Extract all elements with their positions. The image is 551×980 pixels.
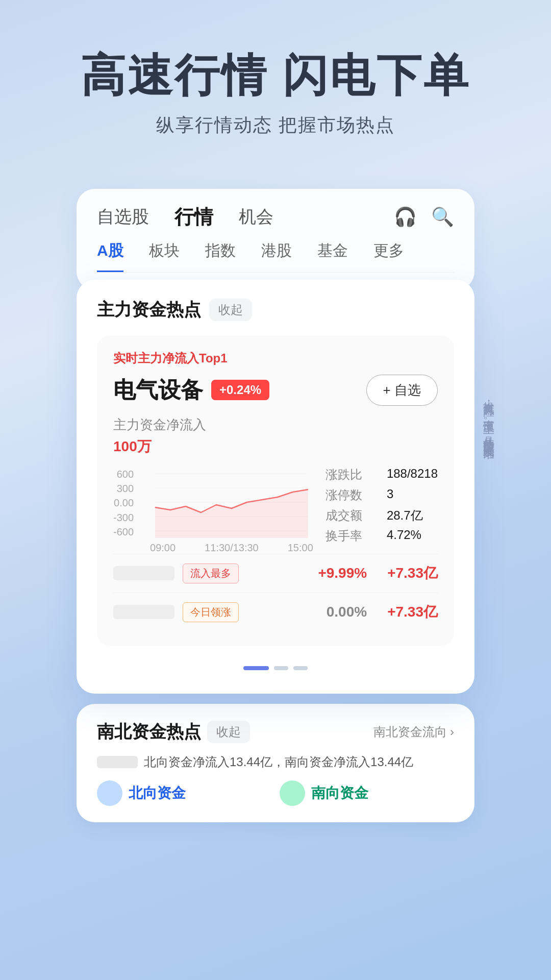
hero-section: 高速行情 闪电下单 纵享行情动态 把握市场热点 xyxy=(0,0,551,168)
stock-pct-1: +9.99% xyxy=(318,565,367,581)
sub-nav-tabs: A股 板块 指数 港股 基金 更多 xyxy=(97,240,454,273)
flow-direction-link[interactable]: 南北资金流向 › xyxy=(373,724,454,740)
headphone-icon[interactable]: 🎧 xyxy=(394,206,417,228)
x-label-open: 09:00 xyxy=(150,542,176,554)
stock-flow-label: 主力资金净流入 xyxy=(113,416,438,434)
stat-label-volume: 成交额 xyxy=(325,507,377,524)
stat-label-rise-ratio: 涨跌比 xyxy=(325,467,377,483)
stock-name-blur-2 xyxy=(113,605,174,619)
bottom-card-title: 南北资金热点 xyxy=(97,720,201,744)
fund-north-label: 北向资金 xyxy=(129,783,186,803)
stock-amt-2: +7.33亿 xyxy=(387,602,438,622)
main-fund-card: 主力资金热点 收起 实时主力净流入Top1 电气设备 +0.24% + 自选 主… xyxy=(77,280,474,694)
main-card-title: 主力资金热点 xyxy=(97,298,201,322)
search-icon[interactable]: 🔍 xyxy=(431,206,454,228)
y-label-0: 0.00 xyxy=(113,497,134,509)
main-card-header: 主力资金热点 收起 xyxy=(97,298,454,322)
fund-south-item[interactable]: 南向资金 xyxy=(280,780,454,806)
fund-row: 北向资金 南向资金 xyxy=(97,780,454,806)
bottom-card-header: 南北资金热点 收起 南北资金流向 › xyxy=(97,720,454,744)
chevron-right-icon: › xyxy=(450,725,454,739)
top-nav-card: 自选股 行情 机会 🎧 🔍 A股 板块 指数 港股 基金 更多 xyxy=(77,189,474,290)
stock-inner-card: 实时主力净流入Top1 电气设备 +0.24% + 自选 主力资金净流入 100… xyxy=(97,336,454,646)
main-nav-tabs: 自选股 行情 机会 🎧 🔍 xyxy=(97,204,454,230)
x-label-close: 15:00 xyxy=(288,542,313,554)
y-label-600: 600 xyxy=(113,469,134,480)
subtab-index[interactable]: 指数 xyxy=(205,240,236,272)
stock-row-2[interactable]: 今日领涨 0.00% +7.33亿 xyxy=(113,593,438,631)
flow-info-row: 北向资金净流入13.44亿，南向资金净流入13.44亿 xyxy=(97,754,454,770)
stat-value-rise-ratio: 188/8218 xyxy=(387,467,438,483)
y-label-neg300: -300 xyxy=(113,512,134,524)
stat-label-turnover: 换手率 xyxy=(325,528,377,544)
tag-lead-today: 今日领涨 xyxy=(183,602,239,622)
fund-south-icon xyxy=(280,780,305,806)
flow-direction-text: 南北资金流向 xyxy=(373,724,447,740)
tab-opportunity[interactable]: 机会 xyxy=(239,205,273,229)
subtab-hkstock[interactable]: 港股 xyxy=(261,240,292,272)
side-disclaimer: 投资有风险，应谨慎至上。具体功能请以实际上线为准 xyxy=(478,393,500,440)
fund-north-icon xyxy=(97,780,122,806)
stock-pct-2: 0.00% xyxy=(327,604,367,620)
fund-north-item[interactable]: 北向资金 xyxy=(97,780,271,806)
stock-rank-label: 实时主力净流入Top1 xyxy=(113,350,438,366)
stat-value-turnover: 4.72% xyxy=(387,528,438,544)
stock-name-blur-1 xyxy=(113,566,174,580)
bottom-fund-card: 南北资金热点 收起 南北资金流向 › 北向资金净流入13.44亿，南向资金净流入… xyxy=(77,704,474,822)
dot-active xyxy=(243,666,269,670)
x-label-mid: 11:30/13:30 xyxy=(205,542,259,554)
chart-area: 09:00 11:30/13:30 15:00 xyxy=(150,467,313,554)
tab-market[interactable]: 行情 xyxy=(174,204,213,230)
stock-name-row: 电气设备 +0.24% + 自选 xyxy=(113,375,438,406)
stock-row-1[interactable]: 流入最多 +9.99% +7.33亿 xyxy=(113,554,438,593)
tab-watchlist[interactable]: 自选股 xyxy=(97,205,149,229)
hero-subtitle: 纵享行情动态 把握市场热点 xyxy=(31,113,520,138)
stat-value-limit-up: 3 xyxy=(387,487,438,503)
stock-flow-value: 100万 xyxy=(113,437,438,456)
y-label-300: 300 xyxy=(113,483,134,495)
chart-stats-container: 600 300 0.00 -300 -600 xyxy=(113,467,438,554)
stock-name: 电气设备 xyxy=(113,375,203,405)
stat-value-volume: 28.7亿 xyxy=(387,507,438,524)
stats-grid: 涨跌比 188/8218 涨停数 3 成交额 28.7亿 换手率 4.72% xyxy=(325,467,438,544)
subtab-ashare[interactable]: A股 xyxy=(97,240,123,272)
subtab-more[interactable]: 更多 xyxy=(373,240,404,272)
y-label-neg600: -600 xyxy=(113,526,134,538)
hero-title: 高速行情 闪电下单 xyxy=(31,51,520,101)
chart-y-axis: 600 300 0.00 -300 -600 xyxy=(113,467,134,538)
stock-amt-1: +7.33亿 xyxy=(387,564,438,583)
fund-south-label: 南向资金 xyxy=(311,783,368,803)
subtab-sector[interactable]: 板块 xyxy=(149,240,180,272)
dot-1 xyxy=(274,666,288,670)
subtab-fund[interactable]: 基金 xyxy=(317,240,348,272)
flow-name-blur xyxy=(97,756,138,768)
main-collapse-button[interactable]: 收起 xyxy=(209,299,252,321)
tag-flow-most: 流入最多 xyxy=(183,564,239,583)
stock-change-badge: +0.24% xyxy=(211,380,269,400)
chart-x-axis: 09:00 11:30/13:30 15:00 xyxy=(150,542,313,554)
stat-label-limit-up: 涨停数 xyxy=(325,487,377,503)
add-watchlist-button[interactable]: + 自选 xyxy=(366,375,438,406)
bottom-collapse-button[interactable]: 收起 xyxy=(207,721,250,743)
flow-chart-svg xyxy=(150,467,313,538)
pagination-dots xyxy=(97,656,454,675)
flow-info-text: 北向资金净流入13.44亿，南向资金净流入13.44亿 xyxy=(144,754,413,770)
dot-2 xyxy=(293,666,308,670)
